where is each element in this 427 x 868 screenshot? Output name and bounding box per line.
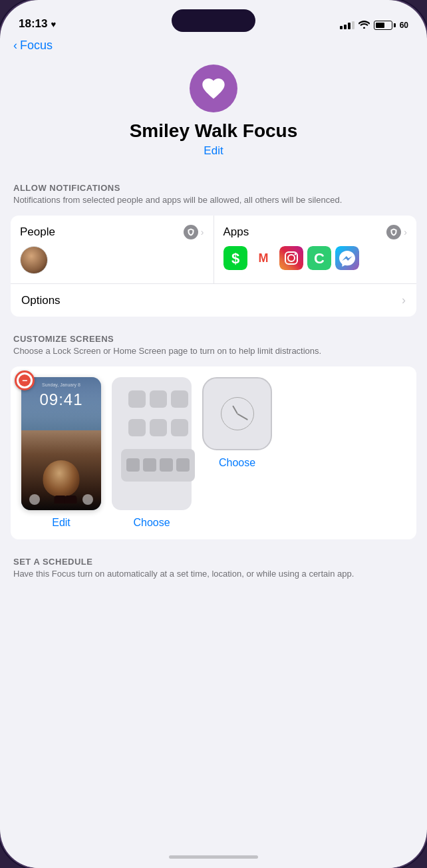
messenger-icon (335, 246, 359, 270)
lock-screen-preview: Sunday, January 8 09:41 (21, 377, 101, 510)
apps-card[interactable]: Apps › (214, 216, 417, 283)
schedule-subtitle: Have this Focus turn on automatically at… (13, 568, 414, 580)
focus-edit-link[interactable]: Edit (204, 144, 223, 158)
back-chevron-icon: ‹ (13, 39, 17, 53)
customize-screens-title: CUSTOMIZE SCREENS (13, 334, 414, 344)
home-icon-3 (171, 390, 188, 408)
watch-widget-item: Choose (202, 377, 272, 529)
hero-section: Smiley Walk Focus Edit (0, 58, 427, 171)
phone-screen: 18:13 ♥ (0, 0, 427, 868)
status-time: 18:13 ♥ (19, 17, 56, 31)
customize-screens-subtitle: Choose a Lock Screen or Home Screen page… (13, 345, 414, 357)
dock-icon-1 (126, 458, 140, 472)
apps-shield-icon (386, 225, 401, 239)
lock-screen-edit-label[interactable]: Edit (52, 517, 71, 529)
svg-rect-4 (279, 246, 303, 270)
allow-notifications-header: ALLOW NOTIFICATIONS Notifications from s… (0, 171, 427, 210)
dock-icon-2 (143, 458, 156, 472)
options-row[interactable]: Options › (11, 284, 416, 317)
schedule-title: SET A SCHEDULE (13, 557, 414, 567)
scroll-content[interactable]: ‹ Focus Smiley Walk Focus Edit ALLOW NOT… (0, 36, 427, 845)
apps-card-controls: › (386, 225, 407, 239)
status-icons: 60 (340, 20, 408, 31)
people-card-header: People › (20, 225, 204, 239)
home-icon-6 (171, 419, 188, 436)
signal-bar-1 (340, 26, 343, 29)
dynamic-island (172, 9, 255, 32)
signal-bar-2 (344, 25, 347, 29)
people-card-title: People (20, 225, 55, 239)
svg-text:M: M (258, 251, 268, 265)
allow-notifications-subtitle: Notifications from selected people and a… (13, 194, 414, 206)
home-icon-1 (128, 390, 146, 408)
signal-bar-3 (348, 23, 351, 29)
lock-time: 09:41 (21, 390, 101, 409)
watch-circle (221, 397, 254, 430)
focus-icon-circle (190, 65, 237, 112)
allow-notifications-title: ALLOW NOTIFICATIONS (13, 183, 414, 193)
dock-icon-3 (160, 458, 173, 472)
cash-app-icon: $ (223, 246, 247, 270)
signal-bar-4 (352, 21, 355, 29)
dock-icon-4 (176, 458, 190, 472)
home-indicator (0, 845, 427, 868)
dog-head (43, 460, 80, 497)
heart-icon (200, 75, 227, 102)
notifications-cards: People › (11, 216, 416, 317)
gmail-icon: M (251, 246, 275, 270)
apps-chevron-icon: › (404, 227, 407, 237)
customize-card: − Sunday, January 8 09:41 (11, 366, 416, 539)
options-chevron-icon: › (402, 293, 406, 307)
lock-bottom-icons (21, 494, 101, 505)
svg-text:C: C (314, 250, 325, 267)
back-navigation[interactable]: ‹ Focus (0, 36, 427, 58)
phone-frame: 18:13 ♥ (0, 0, 427, 868)
bottom-spacer (0, 585, 427, 598)
home-dock (121, 449, 195, 482)
options-label: Options (21, 294, 61, 307)
cash-app-2-icon: C (307, 246, 331, 270)
customize-screens-header: CUSTOMIZE SCREENS Choose a Lock Screen o… (0, 322, 427, 361)
signal-bars (340, 21, 355, 29)
back-button[interactable]: Focus (20, 39, 53, 53)
home-bar (169, 855, 258, 859)
notif-cards-row: People › (11, 216, 416, 284)
screens-row: − Sunday, January 8 09:41 (21, 377, 406, 529)
people-card-controls: › (184, 225, 204, 239)
home-screen-placeholder (112, 377, 192, 510)
camera-icon (82, 494, 93, 505)
people-chevron-icon: › (201, 227, 204, 237)
home-icon-5 (150, 419, 167, 436)
watch-placeholder (202, 377, 272, 450)
apps-card-header: Apps › (223, 225, 408, 239)
battery-indicator (374, 21, 396, 30)
watch-hour-hand (232, 406, 238, 414)
home-screen-choose-label[interactable]: Choose (133, 517, 170, 529)
time-display: 18:13 (19, 17, 47, 31)
watch-minute-hand (237, 414, 247, 420)
people-shield-icon (184, 225, 198, 239)
lock-screen-wrapper: − Sunday, January 8 09:41 (21, 377, 101, 510)
home-icons-grid (128, 390, 188, 443)
watch-display (221, 397, 254, 430)
svg-text:$: $ (231, 250, 239, 267)
schedule-section: SET A SCHEDULE Have this Focus turn on a… (0, 545, 427, 584)
home-icon-4 (128, 419, 146, 436)
apps-card-title: Apps (223, 225, 249, 239)
minus-icon: − (19, 374, 31, 386)
schedule-header: SET A SCHEDULE Have this Focus turn on a… (0, 545, 427, 584)
svg-rect-10 (335, 246, 359, 270)
apps-icons-row: $ M (223, 246, 408, 270)
people-card[interactable]: People › (11, 216, 214, 283)
heart-icon: ♥ (51, 19, 56, 29)
battery-percent: 60 (400, 21, 408, 30)
focus-title: Smiley Walk Focus (130, 120, 298, 142)
home-screen-item: Choose (112, 377, 192, 529)
wifi-icon (358, 20, 370, 31)
svg-point-7 (294, 253, 296, 255)
instagram-icon (279, 246, 303, 270)
watch-choose-label[interactable]: Choose (219, 457, 255, 469)
flashlight-icon (29, 494, 40, 505)
home-icon-2 (150, 390, 167, 408)
lock-screen-item: − Sunday, January 8 09:41 (21, 377, 101, 529)
